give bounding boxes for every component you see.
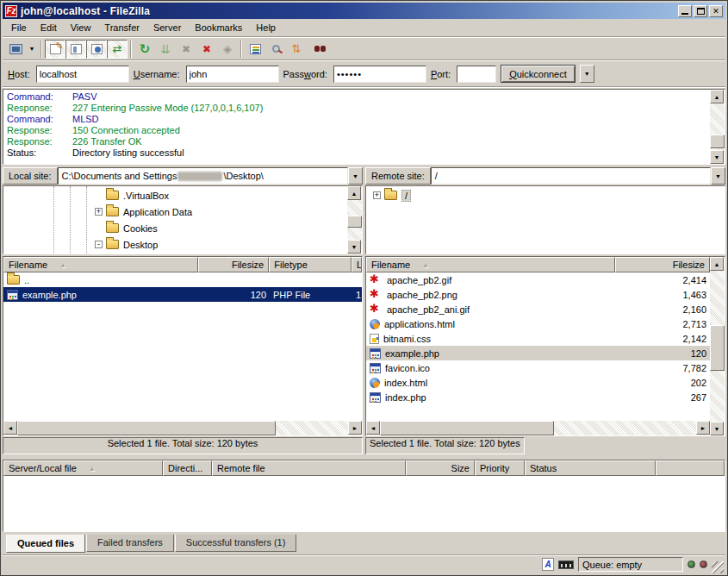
toolbar-separator: [40, 41, 42, 58]
file-row-bitnamicss[interactable]: bitnami.css2,142: [366, 331, 710, 346]
local-tree-scrollbar[interactable]: ▲ ▼: [347, 186, 362, 254]
queue-status-panel: Queue: empty: [578, 557, 683, 572]
scroll-down-icon[interactable]: ▼: [710, 150, 724, 164]
column-header-serverlocalfile[interactable]: Server/Local file▲: [3, 460, 163, 476]
remote-tree-root[interactable]: + /: [366, 187, 725, 203]
column-header-size[interactable]: Size: [406, 460, 475, 476]
disconnect-button[interactable]: ✖: [196, 40, 217, 59]
scroll-right-icon[interactable]: ►: [348, 421, 362, 435]
column-header-status[interactable]: Status: [525, 460, 656, 476]
column-header-filetype[interactable]: Filetype: [269, 257, 352, 272]
column-header-filename[interactable]: Filename▲: [3, 257, 198, 272]
log-scrollbar[interactable]: ▲ ▼: [710, 90, 725, 164]
minimize-button[interactable]: [678, 5, 692, 17]
local-path-combobox[interactable]: C:\Documents and Settings\Desktop\: [58, 167, 348, 185]
scroll-thumb[interactable]: [380, 421, 554, 435]
column-header-priority[interactable]: Priority: [475, 460, 525, 476]
file-row-apachepb2gif[interactable]: apache_pb2.gif2,414: [366, 272, 710, 287]
file-row-apachepb2anigif[interactable]: apache_pb2_ani.gif2,160: [366, 302, 710, 316]
file-row-[interactable]: ..: [3, 272, 362, 287]
cancel-button[interactable]: ✖: [176, 40, 196, 59]
scroll-thumb[interactable]: [710, 135, 725, 148]
menu-item-bookmarks[interactable]: Bookmarks: [188, 20, 249, 35]
filezilla-window: Fz john@localhost - FileZilla ✕ FileEdit…: [0, 0, 728, 576]
column-header-directi[interactable]: Directi...: [163, 460, 212, 476]
filter-button[interactable]: [245, 40, 265, 59]
tab-successful-transfers-1-[interactable]: Successful transfers (1): [175, 535, 297, 552]
scroll-thumb[interactable]: [710, 325, 725, 371]
expander-icon[interactable]: +: [95, 208, 103, 216]
quickconnect-dropdown-button[interactable]: ▼: [580, 65, 594, 83]
find-files-button[interactable]: [307, 40, 327, 59]
compare-button[interactable]: [265, 40, 286, 59]
scroll-left-icon[interactable]: ◄: [3, 421, 17, 435]
toggle-remote-tree-button[interactable]: [86, 40, 107, 59]
column-header-l[interactable]: L: [352, 257, 362, 272]
close-button[interactable]: ✕: [709, 5, 723, 17]
port-input[interactable]: [457, 66, 496, 83]
local-tree-item[interactable]: -Desktop: [3, 236, 347, 253]
file-row-examplephp[interactable]: example.php120PHP File1: [3, 287, 362, 302]
column-header-remotefile[interactable]: Remote file: [212, 460, 406, 476]
refresh-button[interactable]: ↻: [134, 40, 155, 59]
window-title: john@localhost - FileZilla: [21, 5, 676, 17]
password-input[interactable]: [333, 66, 426, 83]
host-input[interactable]: [36, 66, 129, 83]
file-row-indexphp[interactable]: index.php267: [366, 390, 710, 404]
sync-browse-button[interactable]: ⇅: [286, 40, 307, 59]
scroll-up-icon[interactable]: ▲: [710, 257, 724, 271]
remote-vscrollbar[interactable]: ▲ ▼: [710, 257, 725, 435]
scroll-up-icon[interactable]: ▲: [347, 186, 361, 200]
scroll-down-icon[interactable]: ▼: [710, 422, 724, 435]
menu-item-file[interactable]: File: [4, 20, 34, 35]
scroll-left-icon[interactable]: ◄: [366, 421, 380, 435]
file-row-faviconico[interactable]: favicon.ico7,782: [366, 360, 710, 375]
column-header-filesize[interactable]: Filesize: [615, 257, 710, 272]
remote-path-dropdown-icon[interactable]: ▼: [711, 167, 725, 185]
menu-item-view[interactable]: View: [64, 20, 98, 35]
menu-item-server[interactable]: Server: [146, 20, 188, 35]
column-header-filename[interactable]: Filename▲: [366, 257, 615, 272]
quickconnect-button[interactable]: Quickconnect: [501, 65, 576, 83]
menu-item-edit[interactable]: Edit: [34, 20, 64, 35]
remote-hscrollbar[interactable]: ◄ ►: [366, 421, 710, 435]
column-header-label: Filename: [371, 260, 410, 270]
site-manager-dropdown-button[interactable]: ▼: [26, 40, 38, 59]
scroll-thumb[interactable]: [347, 216, 362, 228]
resize-grip[interactable]: [712, 561, 724, 573]
status-bar: A Queue: empty: [3, 554, 725, 573]
scroll-thumb[interactable]: [17, 421, 276, 435]
toggle-local-tree-button[interactable]: [65, 40, 86, 59]
scroll-right-icon[interactable]: ►: [696, 421, 710, 435]
file-row-examplephp[interactable]: example.php120: [366, 346, 710, 360]
expander-icon[interactable]: +: [373, 191, 381, 199]
site-manager-icon: [9, 44, 22, 54]
scroll-up-icon[interactable]: ▲: [710, 90, 724, 103]
file-row-apachepb2png[interactable]: apache_pb2.png1,463: [366, 287, 710, 302]
remote-path-combobox[interactable]: /: [431, 167, 711, 185]
queue-body: [3, 476, 725, 531]
local-hscrollbar[interactable]: ◄ ►: [3, 421, 362, 435]
menu-item-transfer[interactable]: Transfer: [97, 20, 146, 35]
maximize-button[interactable]: [694, 5, 707, 17]
tab-queued-files[interactable]: Queued files: [6, 535, 85, 553]
file-row-indexhtml[interactable]: index.html202: [366, 375, 710, 390]
toggle-queue-button[interactable]: ⇄: [107, 40, 128, 59]
local-tree-item[interactable]: .VirtualBox: [3, 187, 347, 203]
site-manager-button[interactable]: [5, 40, 26, 59]
local-path-dropdown-icon[interactable]: ▼: [348, 167, 363, 185]
file-row-applicationshtml[interactable]: applications.html2,713: [366, 316, 710, 331]
expander-icon[interactable]: -: [95, 241, 103, 248]
column-header-filesize[interactable]: Filesize: [198, 257, 269, 272]
menu-item-help[interactable]: Help: [249, 20, 283, 35]
scroll-down-icon[interactable]: ▼: [347, 240, 361, 254]
toggle-message-log-button[interactable]: [45, 40, 65, 59]
process-queue-button[interactable]: ⇊: [155, 40, 176, 59]
username-input[interactable]: [186, 66, 279, 83]
reconnect-button[interactable]: ◈: [217, 40, 238, 59]
column-header-label: Server/Local file: [9, 463, 77, 473]
local-tree-item[interactable]: Cookies: [3, 220, 347, 236]
tab-failed-transfers[interactable]: Failed transfers: [86, 535, 174, 552]
local-tree-item[interactable]: +Application Data: [3, 203, 347, 220]
file-size-cell: 202: [615, 375, 710, 390]
